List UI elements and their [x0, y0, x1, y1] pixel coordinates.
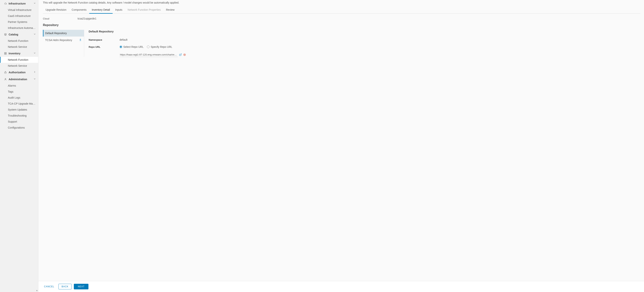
tab-network-function-properties: Network Function Properties	[125, 7, 164, 14]
cancel-button[interactable]: CANCEL	[42, 284, 56, 290]
sidebar-item-infra-automation[interactable]: Infrastructure Automati...	[0, 25, 38, 31]
lock-icon	[4, 71, 7, 74]
tab-inventory-detail[interactable]: Inventory Detail	[89, 7, 112, 14]
repository-two-column: Default Repository TCSA Helm Repository …	[43, 30, 640, 57]
repository-section-title: Repository	[43, 24, 640, 27]
sidebar-item-alarms[interactable]: Alarms	[0, 83, 38, 89]
tab-inputs[interactable]: Inputs	[112, 7, 125, 14]
chevron-down-icon	[33, 33, 36, 36]
sidebar-item-caas-infrastructure[interactable]: CaaS Infrastructure	[0, 13, 38, 19]
external-link-icon[interactable]	[179, 54, 182, 56]
sidebar-group-catalog: Catalog Network Function Network Service	[0, 31, 38, 50]
repo-item-label: TCSA Helm Repository	[45, 38, 72, 42]
sidebar-item-inventory-network-service[interactable]: Network Service	[0, 63, 38, 69]
next-button[interactable]: NEXT	[74, 284, 88, 290]
group-label: Catalog	[8, 33, 33, 36]
svg-rect-3	[4, 54, 5, 54]
radio-label: Select Repo URL	[123, 45, 144, 48]
sidebar-item-partner-systems[interactable]: Partner Systems	[0, 19, 38, 25]
tab-components[interactable]: Components	[69, 7, 89, 14]
namespace-label: Namespace	[89, 38, 120, 41]
group-label: Infrastructure	[8, 2, 33, 5]
cloud-row: Cloud tcsa21upgarde1	[43, 17, 640, 20]
sidebar-group-inventory: Inventory Network Function Network Servi…	[0, 50, 38, 69]
radio-dot-icon	[147, 46, 150, 48]
group-label: Authorization	[8, 71, 33, 74]
svg-rect-5	[4, 72, 6, 73]
repo-url-row: Repo URL Select Repo URL Specify Repo UR…	[89, 45, 640, 48]
sidebar-group-infrastructure: Infrastructure Virtual Infrastructure Ca…	[0, 0, 38, 31]
grid-icon	[4, 52, 7, 55]
svg-point-6	[5, 78, 6, 79]
group-label: Inventory	[8, 52, 33, 55]
repo-url-radio-group: Select Repo URL Specify Repo URL	[120, 45, 172, 48]
namespace-value: default	[120, 38, 128, 41]
repo-url-label: Repo URL	[89, 46, 120, 48]
svg-rect-1	[4, 52, 5, 53]
radio-dot-icon	[120, 46, 122, 48]
sidebar-item-inventory-network-function[interactable]: Network Function	[0, 57, 38, 63]
group-header-catalog[interactable]: Catalog	[0, 31, 38, 38]
page-description: This will upgrade the Network Function c…	[43, 1, 640, 4]
sidebar-item-virtual-infrastructure[interactable]: Virtual Infrastructure	[0, 7, 38, 13]
repo-item-default[interactable]: Default Repository	[43, 30, 84, 36]
sidebar-item-configurations[interactable]: Configurations	[0, 125, 38, 131]
tab-review[interactable]: Review	[164, 7, 177, 14]
chevron-down-icon	[33, 78, 36, 81]
scroll-down-icon[interactable]: ▼	[36, 290, 38, 292]
repo-item-label: Default Repository	[45, 32, 67, 35]
detail-title: Default Repository	[89, 30, 640, 33]
group-header-authorization[interactable]: Authorization	[0, 69, 38, 76]
svg-marker-0	[4, 33, 6, 34]
group-header-infrastructure[interactable]: Infrastructure	[0, 0, 38, 7]
chevron-down-icon	[33, 52, 36, 55]
group-label: Administration	[8, 78, 33, 81]
upload-icon[interactable]	[79, 38, 82, 42]
clear-icon[interactable]	[183, 54, 186, 56]
sidebar-group-authorization: Authorization	[0, 69, 38, 76]
cloud-label: Cloud	[43, 17, 78, 20]
sidebar-item-troubleshooting[interactable]: Troubleshooting	[0, 113, 38, 119]
sidebar-item-system-updates[interactable]: System Updates	[0, 107, 38, 113]
cloud-icon	[4, 2, 7, 5]
back-button[interactable]: BACK	[58, 284, 72, 290]
svg-line-8	[180, 54, 182, 55]
repo-url-value-row	[120, 52, 640, 57]
sidebar-item-support[interactable]: Support	[0, 119, 38, 125]
sidebar: Infrastructure Virtual Infrastructure Ca…	[0, 0, 38, 292]
radio-specify-repo-url[interactable]: Specify Repo URL	[147, 45, 172, 48]
radio-label: Specify Repo URL	[151, 45, 172, 48]
namespace-row: Namespace default	[89, 38, 640, 41]
stack-icon	[4, 33, 7, 36]
sidebar-item-tca-cp-upgrade[interactable]: TCA-CP Upgrade Mana...	[0, 101, 38, 107]
repository-list: Default Repository TCSA Helm Repository	[43, 30, 84, 57]
sidebar-item-catalog-network-service[interactable]: Network Service	[0, 44, 38, 50]
group-header-administration[interactable]: Administration	[0, 76, 38, 83]
main-panel: This will upgrade the Network Function c…	[38, 0, 644, 292]
radio-select-repo-url[interactable]: Select Repo URL	[120, 45, 144, 48]
repository-detail: Default Repository Namespace default Rep…	[84, 30, 640, 57]
sidebar-item-catalog-network-function[interactable]: Network Function	[0, 38, 38, 44]
chevron-down-icon	[33, 2, 36, 5]
group-header-inventory[interactable]: Inventory	[0, 50, 38, 57]
user-icon	[4, 78, 7, 80]
repo-item-tcsa-helm[interactable]: TCSA Helm Repository	[43, 36, 84, 44]
svg-rect-4	[6, 54, 6, 54]
cloud-value: tcsa21upgarde1	[78, 17, 96, 20]
sidebar-item-audit-logs[interactable]: Audit Logs	[0, 95, 38, 101]
tab-upgrade-revision[interactable]: Upgrade Revision	[43, 7, 69, 14]
wizard-footer: CANCEL BACK NEXT	[38, 281, 644, 292]
repo-url-input[interactable]	[120, 52, 178, 57]
tab-bar: Upgrade Revision Components Inventory De…	[43, 7, 640, 14]
svg-rect-2	[6, 52, 6, 53]
sidebar-item-tags[interactable]: Tags	[0, 89, 38, 95]
chevron-right-icon	[33, 71, 36, 74]
sidebar-group-administration: Administration Alarms Tags Audit Logs TC…	[0, 76, 38, 131]
